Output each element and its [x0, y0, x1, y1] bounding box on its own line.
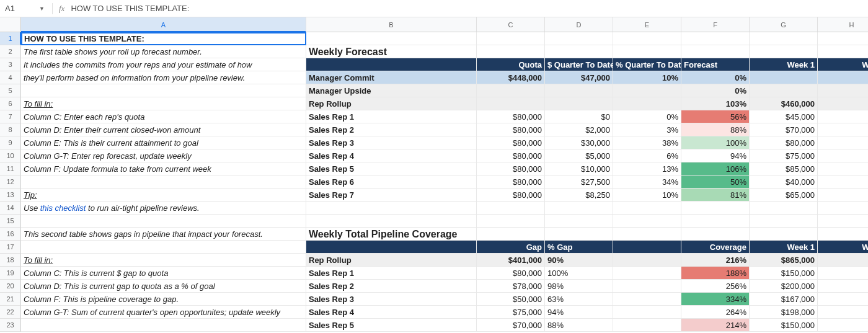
cell[interactable] — [818, 45, 868, 58]
cell[interactable]: Sales Rep 2 — [306, 280, 477, 293]
cell[interactable] — [681, 202, 750, 215]
cell[interactable]: Column D: Enter their current closed-won… — [21, 123, 306, 136]
cell[interactable]: It includes the commits from your reps a… — [21, 58, 306, 71]
cell[interactable]: Sales Rep 3 — [306, 136, 477, 149]
cell[interactable]: Sales Rep 3 — [306, 293, 477, 306]
cell[interactable]: 3% — [613, 123, 681, 136]
row-header[interactable]: 3 — [0, 58, 21, 71]
cell[interactable]: $865,000 — [750, 254, 818, 267]
cell[interactable]: 88% — [681, 123, 750, 136]
cell[interactable] — [681, 228, 750, 241]
cell[interactable] — [306, 241, 477, 254]
cell[interactable]: $2,000 — [545, 123, 613, 136]
cell[interactable] — [613, 254, 681, 267]
cell[interactable]: Sales Rep 6 — [306, 175, 477, 189]
cell[interactable] — [750, 84, 818, 97]
cell[interactable] — [818, 280, 868, 293]
cell[interactable] — [477, 84, 545, 97]
cell[interactable] — [21, 84, 306, 97]
cell[interactable] — [818, 306, 868, 319]
row-header[interactable]: 5 — [0, 84, 21, 97]
cell[interactable]: $40,000 — [750, 175, 818, 189]
cell[interactable]: $75,000 — [477, 306, 545, 319]
row-header[interactable]: 17 — [0, 241, 21, 254]
cell[interactable]: 98% — [545, 280, 613, 293]
cell[interactable]: 264% — [681, 306, 750, 319]
cell[interactable] — [613, 267, 681, 280]
column-header[interactable]: A — [21, 17, 306, 32]
cell[interactable]: Sales Rep 4 — [306, 149, 477, 162]
cell[interactable]: 6% — [613, 149, 681, 162]
cell[interactable]: $448,000 — [477, 71, 545, 84]
cell[interactable] — [477, 228, 545, 241]
row-header[interactable]: 7 — [0, 110, 21, 123]
cell[interactable]: Gap — [477, 241, 545, 254]
row-header[interactable]: 18 — [0, 254, 21, 267]
cell[interactable]: $5,000 — [545, 149, 613, 162]
cell[interactable]: 334% — [681, 293, 750, 306]
cell[interactable]: Use this checklist to run air-tight pipe… — [21, 202, 306, 215]
cell[interactable] — [681, 45, 750, 58]
cell[interactable] — [306, 202, 477, 215]
cell[interactable] — [750, 202, 818, 215]
cell[interactable]: 214% — [681, 319, 750, 332]
cell[interactable]: $80,000 — [477, 149, 545, 162]
column-header[interactable]: H — [818, 17, 868, 32]
cell[interactable]: $ — [818, 97, 868, 110]
cell[interactable] — [613, 84, 681, 97]
cell[interactable] — [818, 267, 868, 280]
cell[interactable] — [306, 58, 477, 71]
cell[interactable]: Rep Rollup — [306, 97, 477, 110]
cell[interactable]: Rep Rollup — [306, 254, 477, 267]
cell[interactable] — [818, 32, 868, 45]
cell[interactable] — [613, 280, 681, 293]
cell[interactable] — [613, 228, 681, 241]
cell[interactable]: $80,000 — [477, 175, 545, 189]
cell[interactable]: they'll perform based on information fro… — [21, 71, 306, 84]
cell[interactable]: 103% — [681, 97, 750, 110]
cell[interactable] — [613, 241, 681, 254]
column-header[interactable]: C — [477, 17, 545, 32]
cell[interactable]: 10% — [613, 189, 681, 202]
cell[interactable]: $ — [818, 254, 868, 267]
cell-a1[interactable]: HOW TO USE THIS TEMPLATE: — [21, 32, 306, 45]
cell[interactable] — [818, 175, 868, 189]
cell[interactable] — [477, 97, 545, 110]
cell[interactable]: 188% — [681, 267, 750, 280]
row-header[interactable]: 15 — [0, 215, 21, 228]
cell[interactable]: Column E: This is their current attainme… — [21, 136, 306, 149]
cell[interactable]: 90% — [545, 254, 613, 267]
cell[interactable]: 216% — [681, 254, 750, 267]
cell[interactable]: $460,000 — [750, 97, 818, 110]
cell[interactable]: Column F: This is pipeline coverage to g… — [21, 293, 306, 306]
cell[interactable] — [818, 110, 868, 123]
cell[interactable]: $ Quarter To Date — [545, 58, 613, 71]
cell[interactable]: 0% — [613, 110, 681, 123]
cell[interactable]: Column G-T: Enter rep forecast, update w… — [21, 149, 306, 162]
cell[interactable]: 256% — [681, 280, 750, 293]
row-header[interactable]: 19 — [0, 267, 21, 280]
cell[interactable] — [750, 45, 818, 58]
cell[interactable]: 94% — [681, 149, 750, 162]
select-all-corner[interactable] — [0, 17, 21, 32]
cell[interactable]: Week — [818, 58, 868, 71]
cell[interactable] — [818, 228, 868, 241]
row-header[interactable]: 8 — [0, 123, 21, 136]
cell[interactable]: Manager Commit — [306, 71, 477, 84]
cell[interactable]: $80,000 — [477, 267, 545, 280]
cell[interactable] — [613, 306, 681, 319]
cell[interactable]: Week — [818, 241, 868, 254]
row-header[interactable]: 13 — [0, 189, 21, 202]
row-header[interactable]: 6 — [0, 97, 21, 110]
cell[interactable]: 81% — [681, 189, 750, 202]
cell[interactable]: $80,000 — [477, 189, 545, 202]
cell[interactable]: 100% — [545, 267, 613, 280]
row-header[interactable]: 14 — [0, 202, 21, 215]
cell[interactable]: % Quarter To Date — [613, 58, 681, 71]
row-header[interactable]: 16 — [0, 228, 21, 241]
chevron-down-icon[interactable]: ▼ — [39, 6, 45, 12]
cell[interactable]: 106% — [681, 162, 750, 175]
column-header[interactable]: F — [681, 17, 750, 32]
spreadsheet-grid[interactable]: ABCDEFGH1HOW TO USE THIS TEMPLATE:2The f… — [0, 17, 868, 332]
cell[interactable] — [613, 293, 681, 306]
